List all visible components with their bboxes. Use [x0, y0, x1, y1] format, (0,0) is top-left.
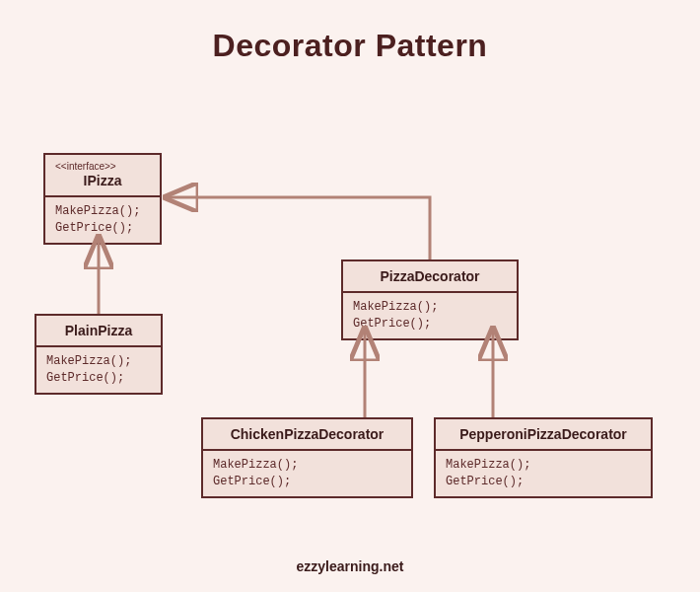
class-box-pepperoni: PepperoniPizzaDecorator MakePizza(); Get…: [434, 417, 653, 498]
method: MakePizza();: [213, 457, 401, 474]
methods-section: MakePizza(); GetPrice();: [203, 451, 411, 496]
class-name: PlainPizza: [65, 323, 132, 338]
method: MakePizza();: [46, 353, 151, 370]
methods-section: MakePizza(); GetPrice();: [343, 293, 517, 338]
method: MakePizza();: [446, 457, 641, 474]
method: GetPrice();: [353, 316, 507, 333]
methods-section: MakePizza(); GetPrice();: [436, 451, 651, 496]
methods-section: MakePizza(); GetPrice();: [45, 197, 160, 243]
footer-attribution: ezzylearning.net: [0, 558, 700, 574]
class-name: PepperoniPizzaDecorator: [459, 426, 627, 442]
method: GetPrice();: [55, 220, 150, 237]
class-box-ipizza: <<interface>> IPizza MakePizza(); GetPri…: [43, 153, 162, 245]
class-name: IPizza: [84, 173, 122, 188]
class-box-chicken: ChickenPizzaDecorator MakePizza(); GetPr…: [201, 417, 413, 498]
methods-section: MakePizza(); GetPrice();: [36, 347, 161, 393]
method: MakePizza();: [55, 203, 150, 220]
class-box-plainpizza: PlainPizza MakePizza(); GetPrice();: [35, 314, 163, 395]
method: MakePizza();: [353, 299, 507, 316]
class-box-pizzadecorator: PizzaDecorator MakePizza(); GetPrice();: [341, 259, 519, 340]
method: GetPrice();: [446, 474, 641, 490]
uml-diagram: <<interface>> IPizza MakePizza(); GetPri…: [0, 0, 700, 592]
class-name: PizzaDecorator: [380, 268, 479, 284]
method: GetPrice();: [213, 474, 401, 490]
class-name: ChickenPizzaDecorator: [231, 426, 385, 442]
stereotype-label: <<interface>>: [55, 161, 150, 172]
method: GetPrice();: [46, 370, 151, 387]
